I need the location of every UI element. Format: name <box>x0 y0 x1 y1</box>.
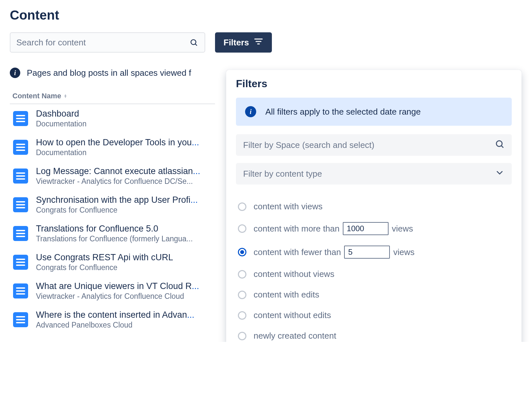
radio-label: content with edits <box>254 290 319 300</box>
svg-point-5 <box>496 141 502 147</box>
info-icon: i <box>10 68 20 78</box>
list-item-title: Where is the content inserted in Advan..… <box>36 310 212 320</box>
filters-panel-title: Filters <box>236 78 512 90</box>
info-text: Pages and blog posts in all spaces viewe… <box>27 68 191 78</box>
radio-more-than[interactable]: content with more than views <box>236 217 512 240</box>
radio-label: content without edits <box>254 310 331 320</box>
page-icon <box>13 255 28 270</box>
page-icon <box>13 140 28 155</box>
page-icon <box>13 283 28 298</box>
radio-input[interactable] <box>238 291 246 299</box>
list-item-subtitle: Viewtracker - Analytics for Confluence D… <box>36 177 212 186</box>
radio-label-suffix: views <box>393 247 414 257</box>
list-item-subtitle: Translations for Confluence (formerly La… <box>36 234 212 243</box>
radio-input[interactable] <box>238 248 246 256</box>
filter-by-content-type-label: Filter by content type <box>243 169 322 179</box>
radio-label-suffix: views <box>392 224 413 234</box>
radio-input[interactable] <box>238 224 246 233</box>
chevron-down-icon <box>495 168 505 180</box>
radio-label: newly created content <box>254 331 336 341</box>
list-item-title: Log Message: Cannot execute atlassian... <box>36 166 212 176</box>
radio-newly-created[interactable]: newly created content <box>236 326 512 342</box>
page-icon <box>13 169 28 184</box>
list-item-subtitle: Viewtracker - Analytics for Confluence C… <box>36 292 212 301</box>
list-item-subtitle: Congrats for Confluence <box>36 263 212 272</box>
svg-line-1 <box>195 44 197 46</box>
more-than-input[interactable] <box>343 222 389 235</box>
page-icon <box>13 312 28 327</box>
page-icon <box>13 226 28 241</box>
list-item-subtitle: Congrats for Confluence <box>36 206 212 215</box>
list-item-text: What are Unique viewers in VT Cloud R...… <box>36 281 212 301</box>
search-icon[interactable] <box>190 38 198 47</box>
list-item[interactable]: What are Unique viewers in VT Cloud R...… <box>10 277 215 305</box>
list-item-title: Translations for Confluence 5.0 <box>36 224 212 234</box>
filter-by-space[interactable]: Filter by Space (search and select) <box>236 134 512 156</box>
radio-label-prefix: content with fewer than <box>254 247 341 257</box>
info-banner: i Pages and blog posts in all spaces vie… <box>10 68 215 78</box>
list-item-title: Dashboard <box>36 109 212 119</box>
list-item[interactable]: How to open the Developer Tools in you..… <box>10 133 215 162</box>
list-item-text: Translations for Confluence 5.0Translati… <box>36 224 212 243</box>
filters-panel: Filters i All filters apply to the selec… <box>226 70 522 342</box>
info-icon: i <box>245 106 256 117</box>
list-item-subtitle: Documentation <box>36 120 212 128</box>
filter-icon <box>254 37 263 49</box>
radio-input[interactable] <box>238 332 246 340</box>
radio-without-edits[interactable]: content without edits <box>236 305 512 326</box>
filter-by-space-label: Filter by Space (search and select) <box>243 140 374 150</box>
content-list: DashboardDocumentationHow to open the De… <box>10 104 215 334</box>
svg-point-0 <box>191 40 196 44</box>
filters-banner-text: All filters apply to the selected date r… <box>265 107 421 117</box>
sort-icon: ▲▼ <box>64 94 67 98</box>
list-item-title: Use Congrats REST Api with cURL <box>36 252 212 263</box>
page-icon <box>13 197 28 212</box>
search-icon <box>495 139 505 151</box>
list-item-text: Synchronisation with the app User Profi.… <box>36 195 212 215</box>
filters-button-label: Filters <box>224 38 249 48</box>
list-item[interactable]: Translations for Confluence 5.0Translati… <box>10 219 215 248</box>
list-item-text: Where is the content inserted in Advan..… <box>36 310 212 330</box>
content-area: i Pages and blog posts in all spaces vie… <box>10 68 215 334</box>
list-item-text: Log Message: Cannot execute atlassian...… <box>36 166 212 186</box>
list-item-subtitle: Advanced Panelboxes Cloud <box>36 321 212 330</box>
radio-fewer-than[interactable]: content with fewer than views <box>236 240 512 264</box>
list-item-subtitle: Documentation <box>36 148 212 157</box>
filter-radio-group: content with views content with more tha… <box>236 192 512 342</box>
radio-label: content without views <box>254 269 334 279</box>
list-item[interactable]: Log Message: Cannot execute atlassian...… <box>10 162 215 190</box>
filter-by-content-type[interactable]: Filter by content type <box>236 163 512 185</box>
search-wrap <box>10 32 205 53</box>
list-item-text: How to open the Developer Tools in you..… <box>36 137 212 157</box>
radio-label-prefix: content with more than <box>254 224 340 234</box>
page-icon <box>13 111 28 126</box>
col-content-name: Content Name <box>12 92 61 100</box>
radio-input[interactable] <box>238 270 246 279</box>
table-header[interactable]: Content Name ▲▼ <box>10 88 215 104</box>
toolbar: Filters <box>10 32 522 53</box>
page-title: Content <box>10 8 522 23</box>
radio-with-views[interactable]: content with views <box>236 196 512 217</box>
radio-label: content with views <box>254 201 323 212</box>
radio-input[interactable] <box>238 311 246 320</box>
list-item-text: DashboardDocumentation <box>36 109 212 128</box>
radio-input[interactable] <box>238 202 246 211</box>
radio-without-views[interactable]: content without views <box>236 264 512 284</box>
filters-banner: i All filters apply to the selected date… <box>236 98 512 126</box>
list-item-title: How to open the Developer Tools in you..… <box>36 137 212 148</box>
list-item[interactable]: Synchronisation with the app User Profi.… <box>10 190 215 219</box>
filters-button[interactable]: Filters <box>215 32 272 53</box>
svg-line-6 <box>501 146 503 148</box>
list-item[interactable]: Use Congrats REST Api with cURLCongrats … <box>10 248 215 277</box>
radio-with-edits[interactable]: content with edits <box>236 284 512 305</box>
list-item[interactable]: DashboardDocumentation <box>10 104 215 133</box>
list-item[interactable]: Where is the content inserted in Advan..… <box>10 305 215 334</box>
list-item-title: Synchronisation with the app User Profi.… <box>36 195 212 205</box>
list-item-text: Use Congrats REST Api with cURLCongrats … <box>36 252 212 272</box>
list-item-title: What are Unique viewers in VT Cloud R... <box>36 281 212 291</box>
search-input[interactable] <box>10 33 205 52</box>
fewer-than-input[interactable] <box>344 246 390 259</box>
